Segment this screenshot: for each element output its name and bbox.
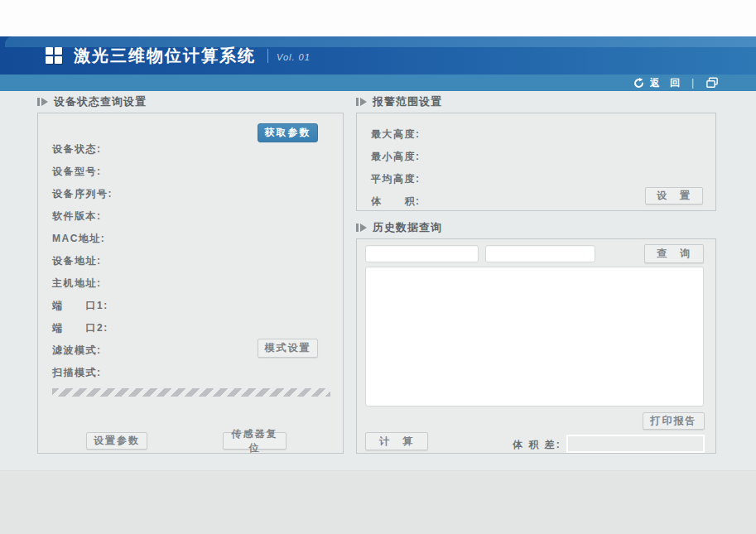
alarm-section-title: 报警范围设置 <box>373 94 442 109</box>
app-header: 激光三维物位计算系统 Vol. 01 <box>0 36 756 75</box>
device-serial-label: 设备序列号: <box>52 188 113 200</box>
get-params-button[interactable]: 获取参数 <box>258 123 318 142</box>
volume-diff-input[interactable] <box>566 435 705 453</box>
host-address-label: 主机地址: <box>52 277 102 289</box>
set-params-button[interactable]: 设置参数 <box>86 432 147 450</box>
app-title: 激光三维物位计算系统 <box>74 45 256 67</box>
section-marker-icon <box>37 97 49 107</box>
back-button[interactable]: 返 回 <box>633 76 680 90</box>
device-fields: 设备状态: 设备型号: 设备序列号: 软件版本: MAC地址: 设备地址: 主机… <box>52 137 113 382</box>
port2-label: 端 口2: <box>52 322 108 334</box>
max-height-label: 最大高度: <box>371 128 421 140</box>
device-status-panel: 获取参数 设备状态: 设备型号: 设备序列号: 软件版本: MAC地址: 设备地… <box>37 113 344 454</box>
query-button[interactable]: 查 询 <box>644 244 704 263</box>
alarm-range-panel: 最大高度: 最小高度: 平均高度: 体 积: 设 置 <box>356 113 716 211</box>
app-logo-icon <box>46 47 62 64</box>
min-height-label: 最小高度: <box>371 151 421 162</box>
calculate-button[interactable]: 计 算 <box>365 432 428 450</box>
alarm-section-header: 报警范围设置 <box>356 94 442 109</box>
mode-set-button[interactable]: 模式设置 <box>258 339 318 358</box>
device-address-label: 设备地址: <box>52 255 102 267</box>
device-model-label: 设备型号: <box>52 166 102 177</box>
progress-hatch-bar <box>52 388 330 397</box>
top-white-strip <box>0 0 756 36</box>
history-end-input[interactable] <box>485 245 595 262</box>
toolbar-divider: | <box>691 77 694 89</box>
device-section-title: 设备状态查询设置 <box>54 94 147 109</box>
filter-mode-label: 滤波模式: <box>52 344 102 356</box>
history-query-panel: 查 询 打印报告 计 算 体 积 差: <box>356 238 716 454</box>
history-results-area[interactable] <box>365 267 704 407</box>
sub-toolbar: 返 回 | <box>0 75 756 91</box>
section-marker-icon <box>356 97 368 107</box>
device-section-header: 设备状态查询设置 <box>37 94 147 109</box>
print-report-button[interactable]: 打印报告 <box>643 412 705 430</box>
device-status-label: 设备状态: <box>52 143 102 155</box>
history-section-header: 历史数据查询 <box>356 220 442 235</box>
alarm-fields: 最大高度: 最小高度: 平均高度: 体 积: <box>371 122 421 211</box>
section-marker-icon <box>356 223 368 233</box>
avg-height-label: 平均高度: <box>371 173 421 185</box>
app-version: Vol. 01 <box>277 49 311 62</box>
title-divider <box>267 49 268 63</box>
history-start-input[interactable] <box>365 245 479 262</box>
cascade-windows-icon[interactable] <box>705 77 719 89</box>
scan-mode-label: 扫描模式: <box>52 367 102 378</box>
port1-label: 端 口1: <box>52 300 108 311</box>
mac-address-label: MAC地址: <box>52 233 105 244</box>
app-window: 激光三维物位计算系统 Vol. 01 返 回 | 设备状态查询设置 获取参数 <box>0 0 756 534</box>
footer-area <box>0 470 756 534</box>
refresh-icon <box>633 78 644 89</box>
history-section-title: 历史数据查询 <box>373 220 442 235</box>
alarm-set-button[interactable]: 设 置 <box>645 187 703 204</box>
volume-diff-label: 体 积 差: <box>513 438 561 452</box>
volume-label: 体 积: <box>371 195 421 207</box>
sensor-reset-button[interactable]: 传感器复位 <box>223 432 287 450</box>
back-label: 返 回 <box>650 76 680 90</box>
software-version-label: 软件版本: <box>52 210 102 222</box>
